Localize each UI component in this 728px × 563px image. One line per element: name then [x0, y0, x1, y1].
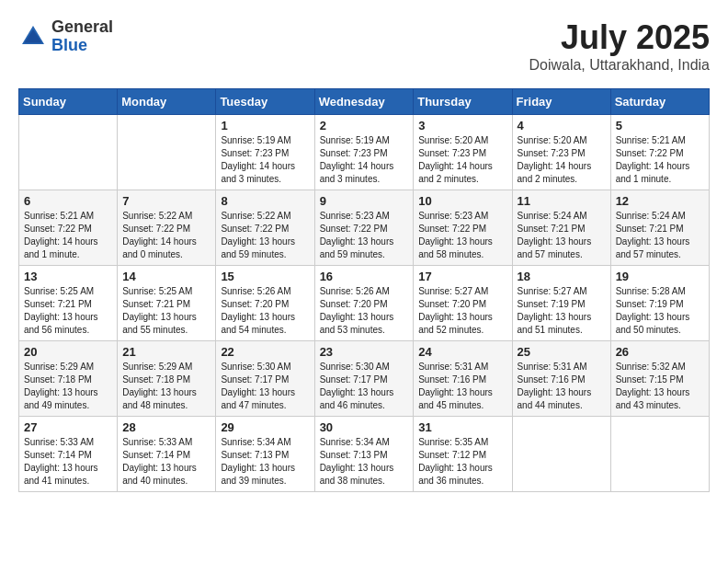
calendar-cell: 24Sunrise: 5:31 AM Sunset: 7:16 PM Dayli… — [414, 341, 512, 417]
column-header-friday: Friday — [512, 89, 610, 115]
calendar-cell: 6Sunrise: 5:21 AM Sunset: 7:22 PM Daylig… — [19, 190, 118, 266]
day-info: Sunrise: 5:28 AM Sunset: 7:19 PM Dayligh… — [616, 285, 704, 337]
calendar-cell: 15Sunrise: 5:26 AM Sunset: 7:20 PM Dayli… — [216, 266, 314, 341]
calendar-cell: 2Sunrise: 5:19 AM Sunset: 7:23 PM Daylig… — [314, 115, 414, 190]
day-number: 27 — [24, 420, 112, 434]
calendar-table: SundayMondayTuesdayWednesdayThursdayFrid… — [18, 88, 710, 492]
calendar-cell: 16Sunrise: 5:26 AM Sunset: 7:20 PM Dayli… — [314, 266, 414, 341]
logo-icon — [18, 22, 48, 52]
day-info: Sunrise: 5:23 AM Sunset: 7:22 PM Dayligh… — [320, 210, 409, 261]
day-info: Sunrise: 5:35 AM Sunset: 7:12 PM Dayligh… — [418, 436, 506, 488]
calendar-cell: 3Sunrise: 5:20 AM Sunset: 7:23 PM Daylig… — [414, 115, 512, 190]
day-number: 19 — [616, 270, 704, 283]
calendar-cell — [19, 115, 118, 190]
day-info: Sunrise: 5:31 AM Sunset: 7:16 PM Dayligh… — [418, 361, 506, 412]
day-info: Sunrise: 5:34 AM Sunset: 7:13 PM Dayligh… — [221, 436, 309, 488]
day-number: 20 — [24, 345, 112, 359]
day-number: 29 — [221, 420, 309, 434]
column-header-sunday: Sunday — [19, 89, 118, 115]
calendar-cell: 8Sunrise: 5:22 AM Sunset: 7:22 PM Daylig… — [216, 190, 314, 266]
calendar-cell: 19Sunrise: 5:28 AM Sunset: 7:19 PM Dayli… — [610, 266, 709, 341]
day-info: Sunrise: 5:25 AM Sunset: 7:21 PM Dayligh… — [122, 285, 210, 337]
calendar-week-row: 1Sunrise: 5:19 AM Sunset: 7:23 PM Daylig… — [19, 115, 710, 190]
calendar-cell: 14Sunrise: 5:25 AM Sunset: 7:21 PM Dayli… — [118, 266, 216, 341]
day-number: 4 — [518, 119, 606, 132]
day-info: Sunrise: 5:21 AM Sunset: 7:22 PM Dayligh… — [24, 210, 112, 261]
day-number: 22 — [221, 345, 309, 359]
calendar-cell: 4Sunrise: 5:20 AM Sunset: 7:23 PM Daylig… — [512, 115, 610, 190]
day-info: Sunrise: 5:19 AM Sunset: 7:23 PM Dayligh… — [320, 134, 409, 186]
day-info: Sunrise: 5:27 AM Sunset: 7:19 PM Dayligh… — [518, 285, 606, 337]
logo-blue-text: Blue — [51, 37, 113, 55]
day-number: 7 — [122, 194, 210, 208]
day-info: Sunrise: 5:20 AM Sunset: 7:23 PM Dayligh… — [518, 134, 606, 186]
day-info: Sunrise: 5:32 AM Sunset: 7:15 PM Dayligh… — [616, 361, 704, 412]
location-subtitle: Doiwala, Uttarakhand, India — [529, 57, 710, 74]
calendar-cell: 23Sunrise: 5:30 AM Sunset: 7:17 PM Dayli… — [314, 341, 414, 417]
calendar-week-row: 13Sunrise: 5:25 AM Sunset: 7:21 PM Dayli… — [19, 266, 710, 341]
calendar-cell: 25Sunrise: 5:31 AM Sunset: 7:16 PM Dayli… — [512, 341, 610, 417]
day-number: 15 — [221, 270, 309, 283]
day-number: 31 — [418, 420, 506, 434]
day-number: 18 — [518, 270, 606, 283]
day-info: Sunrise: 5:33 AM Sunset: 7:14 PM Dayligh… — [122, 436, 210, 488]
day-number: 8 — [221, 194, 309, 208]
day-number: 30 — [320, 420, 409, 434]
calendar-cell: 28Sunrise: 5:33 AM Sunset: 7:14 PM Dayli… — [118, 417, 216, 492]
day-number: 14 — [122, 270, 210, 283]
day-info: Sunrise: 5:30 AM Sunset: 7:17 PM Dayligh… — [320, 361, 409, 412]
day-number: 11 — [518, 194, 606, 208]
calendar-cell: 27Sunrise: 5:33 AM Sunset: 7:14 PM Dayli… — [19, 417, 118, 492]
day-number: 5 — [616, 119, 704, 132]
calendar-cell: 5Sunrise: 5:21 AM Sunset: 7:22 PM Daylig… — [610, 115, 709, 190]
day-number: 28 — [122, 420, 210, 434]
day-number: 3 — [418, 119, 506, 132]
title-block: July 2025 Doiwala, Uttarakhand, India — [529, 18, 710, 74]
column-header-thursday: Thursday — [414, 89, 512, 115]
calendar-cell: 17Sunrise: 5:27 AM Sunset: 7:20 PM Dayli… — [414, 266, 512, 341]
day-number: 12 — [616, 194, 704, 208]
day-info: Sunrise: 5:23 AM Sunset: 7:22 PM Dayligh… — [418, 210, 506, 261]
day-number: 21 — [122, 345, 210, 359]
calendar-cell — [610, 417, 709, 492]
calendar-cell — [512, 417, 610, 492]
logo: General Blue — [18, 18, 113, 55]
calendar-cell: 18Sunrise: 5:27 AM Sunset: 7:19 PM Dayli… — [512, 266, 610, 341]
day-number: 6 — [24, 194, 112, 208]
day-number: 25 — [518, 345, 606, 359]
calendar-cell: 21Sunrise: 5:29 AM Sunset: 7:18 PM Dayli… — [118, 341, 216, 417]
calendar-week-row: 27Sunrise: 5:33 AM Sunset: 7:14 PM Dayli… — [19, 417, 710, 492]
calendar-cell: 26Sunrise: 5:32 AM Sunset: 7:15 PM Dayli… — [610, 341, 709, 417]
calendar-cell: 10Sunrise: 5:23 AM Sunset: 7:22 PM Dayli… — [414, 190, 512, 266]
day-number: 10 — [418, 194, 506, 208]
day-info: Sunrise: 5:33 AM Sunset: 7:14 PM Dayligh… — [24, 436, 112, 488]
month-year-title: July 2025 — [529, 18, 710, 57]
day-info: Sunrise: 5:29 AM Sunset: 7:18 PM Dayligh… — [122, 361, 210, 412]
calendar-cell: 13Sunrise: 5:25 AM Sunset: 7:21 PM Dayli… — [19, 266, 118, 341]
logo-general-text: General — [51, 18, 113, 37]
calendar-header-row: SundayMondayTuesdayWednesdayThursdayFrid… — [19, 89, 710, 115]
day-info: Sunrise: 5:24 AM Sunset: 7:21 PM Dayligh… — [518, 210, 606, 261]
day-info: Sunrise: 5:26 AM Sunset: 7:20 PM Dayligh… — [320, 285, 409, 337]
day-info: Sunrise: 5:26 AM Sunset: 7:20 PM Dayligh… — [221, 285, 309, 337]
calendar-cell: 7Sunrise: 5:22 AM Sunset: 7:22 PM Daylig… — [118, 190, 216, 266]
day-number: 24 — [418, 345, 506, 359]
calendar-cell: 20Sunrise: 5:29 AM Sunset: 7:18 PM Dayli… — [19, 341, 118, 417]
calendar-cell — [118, 115, 216, 190]
day-info: Sunrise: 5:24 AM Sunset: 7:21 PM Dayligh… — [616, 210, 704, 261]
calendar-cell: 22Sunrise: 5:30 AM Sunset: 7:17 PM Dayli… — [216, 341, 314, 417]
day-number: 16 — [320, 270, 409, 283]
calendar-week-row: 6Sunrise: 5:21 AM Sunset: 7:22 PM Daylig… — [19, 190, 710, 266]
day-info: Sunrise: 5:21 AM Sunset: 7:22 PM Dayligh… — [616, 134, 704, 186]
column-header-saturday: Saturday — [610, 89, 709, 115]
day-info: Sunrise: 5:19 AM Sunset: 7:23 PM Dayligh… — [221, 134, 309, 186]
calendar-cell: 12Sunrise: 5:24 AM Sunset: 7:21 PM Dayli… — [610, 190, 709, 266]
day-info: Sunrise: 5:29 AM Sunset: 7:18 PM Dayligh… — [24, 361, 112, 412]
day-number: 23 — [320, 345, 409, 359]
day-info: Sunrise: 5:34 AM Sunset: 7:13 PM Dayligh… — [320, 436, 409, 488]
day-number: 17 — [418, 270, 506, 283]
day-info: Sunrise: 5:20 AM Sunset: 7:23 PM Dayligh… — [418, 134, 506, 186]
day-number: 13 — [24, 270, 112, 283]
page-header: General Blue July 2025 Doiwala, Uttarakh… — [18, 18, 710, 74]
day-info: Sunrise: 5:25 AM Sunset: 7:21 PM Dayligh… — [24, 285, 112, 337]
